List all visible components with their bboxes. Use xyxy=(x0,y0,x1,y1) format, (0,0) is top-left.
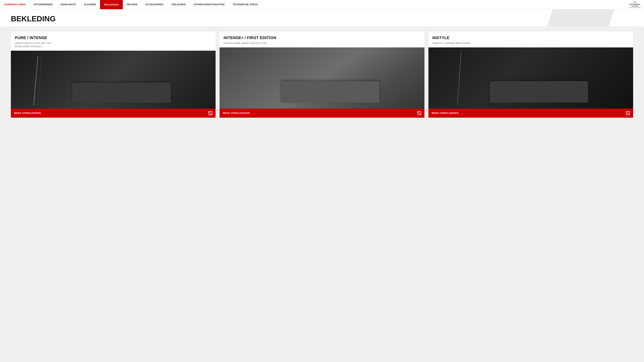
card-subtitle-1: ZWART-GRIJZE STOF MET WITEN BLAUWE STIKS… xyxy=(15,42,212,48)
brand-name: MITSUBISHI xyxy=(630,3,640,5)
seat-cushion-3 xyxy=(490,81,588,102)
main-content: PURE / INTENSE ZWART-GRIJZE STOF MET WIT… xyxy=(0,26,644,127)
card-image-3 xyxy=(428,47,633,109)
nav-technische-specs[interactable]: TECHNISCHE SPECS xyxy=(228,0,262,9)
card-intense-first-edition: INTENSE+ / FIRST EDITION KUNSTLEDER ZWAR… xyxy=(220,31,424,118)
nav-kleuren[interactable]: KLEUREN xyxy=(80,0,100,9)
card-title-3: INSTYLE xyxy=(432,35,629,40)
mitsubishi-diamond-icon xyxy=(632,1,638,3)
brand-logo: MITSUBISHI MOTORS Drive your Ambition xyxy=(626,0,644,9)
bekleding-cards-grid: PURE / INTENSE ZWART-GRIJZE STOF MET WIT… xyxy=(11,31,633,118)
brand-sub: MOTORS xyxy=(632,5,638,7)
nav-highlights[interactable]: HIGHLIGHTS xyxy=(56,0,80,9)
page-title: BEKLEDING xyxy=(11,14,633,23)
svg-marker-1 xyxy=(634,2,634,3)
nav-bekleding[interactable]: BEKLEDING xyxy=(100,0,123,9)
navigation: AANDRIJFLIJNEN UITVOERINGEN HIGHLIGHTS K… xyxy=(0,0,644,9)
meer-afbeeldingen-button-1[interactable]: MEER AFBEELDINGEN xyxy=(11,109,216,118)
meer-afbeeldingen-button-2[interactable]: MEER AFBEELDINGEN xyxy=(220,109,424,118)
card-image-2 xyxy=(220,47,424,109)
seat-cushion-2 xyxy=(281,81,379,102)
expand-icon-2 xyxy=(417,111,421,115)
seat-visual-2 xyxy=(220,47,424,109)
seat-cushion-1 xyxy=(72,82,171,103)
meer-afbeeldingen-button-3[interactable]: MEER AFBEELDINGEN xyxy=(428,109,633,118)
card-instyle: INSTYLE ZWARTE LEDEREN BEKLEDING MEER AF… xyxy=(428,31,633,118)
btn-label-3: MEER AFBEELDINGEN xyxy=(432,112,459,114)
card-title-2: INTENSE+ / FIRST EDITION xyxy=(224,35,420,40)
svg-marker-2 xyxy=(635,2,636,3)
expand-icon-1 xyxy=(208,111,212,115)
brand-tagline: Drive your Ambition xyxy=(629,7,641,8)
card-info-3: INSTYLE ZWARTE LEDEREN BEKLEDING xyxy=(428,31,633,47)
nav-accessoires[interactable]: ACCESSOIRES xyxy=(141,0,168,9)
seat-visual-1 xyxy=(11,51,216,109)
seat-visual-3 xyxy=(428,47,633,109)
expand-icon-3 xyxy=(626,111,630,115)
nav-uitvoeringen[interactable]: UITVOERINGEN xyxy=(30,0,56,9)
card-image-1 xyxy=(11,51,216,109)
nav-prijzen[interactable]: PRIJZEN xyxy=(123,0,142,9)
svg-marker-0 xyxy=(634,1,635,2)
btn-label-2: MEER AFBEELDINGEN xyxy=(223,112,250,114)
nav-veiligheid[interactable]: VEILIGHEID xyxy=(168,0,190,9)
page-header: BEKLEDING xyxy=(0,9,644,26)
card-title-1: PURE / INTENSE xyxy=(15,35,212,40)
card-info-2: INTENSE+ / FIRST EDITION KUNSTLEDER ZWAR… xyxy=(220,31,424,47)
btn-label-1: MEER AFBEELDINGEN xyxy=(14,112,41,114)
nav-standaarduitrusting[interactable]: STANDAARDUITRUSTING xyxy=(190,0,228,9)
card-subtitle-3: ZWARTE LEDEREN BEKLEDING xyxy=(432,42,629,45)
card-info-1: PURE / INTENSE ZWART-GRIJZE STOF MET WIT… xyxy=(11,31,216,51)
card-subtitle-2: KUNSTLEDER ZWART GRIJZE STOF xyxy=(224,42,420,45)
card-pure-intense: PURE / INTENSE ZWART-GRIJZE STOF MET WIT… xyxy=(11,31,216,118)
nav-aandrijflijnen[interactable]: AANDRIJFLIJNEN xyxy=(0,0,30,9)
